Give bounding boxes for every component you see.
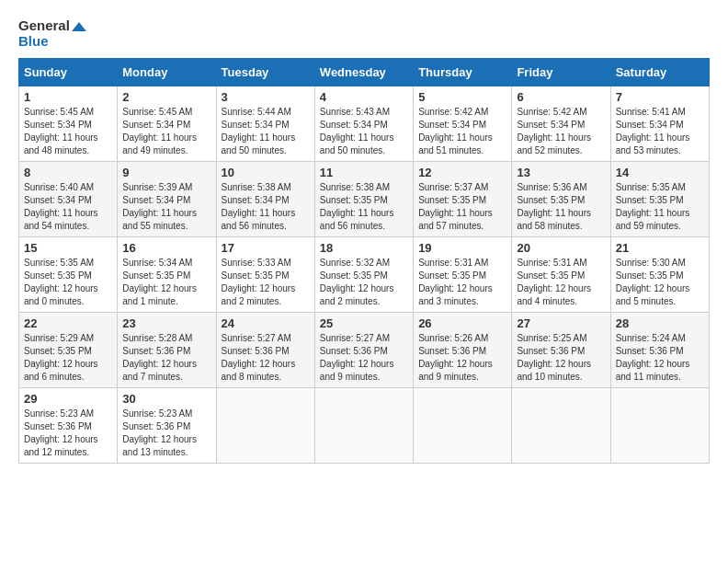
day-info: Sunrise: 5:33 AMSunset: 5:35 PMDaylight:…	[222, 257, 310, 308]
day-info: Sunrise: 5:26 AMSunset: 5:36 PMDaylight:…	[418, 332, 506, 384]
day-number: 12	[418, 166, 506, 179]
calendar-header: SundayMondayTuesdayWednesdayThursdayFrid…	[19, 59, 710, 86]
header-row: SundayMondayTuesdayWednesdayThursdayFrid…	[19, 59, 710, 86]
weekday-header-wednesday: Wednesday	[314, 59, 413, 86]
day-number: 2	[122, 90, 210, 104]
day-number: 5	[418, 90, 506, 104]
day-number: 1	[24, 90, 112, 104]
day-info: Sunrise: 5:27 AMSunset: 5:36 PMDaylight:…	[320, 332, 408, 384]
day-cell-17: 17Sunrise: 5:33 AMSunset: 5:35 PMDayligh…	[216, 237, 314, 313]
day-number: 23	[122, 316, 210, 330]
day-number: 18	[320, 241, 408, 255]
day-number: 6	[517, 90, 605, 104]
day-info: Sunrise: 5:31 AMSunset: 5:35 PMDaylight:…	[517, 257, 605, 308]
day-cell-8: 8Sunrise: 5:40 AMSunset: 5:34 PMDaylight…	[19, 162, 118, 237]
day-cell-13: 13Sunrise: 5:36 AMSunset: 5:35 PMDayligh…	[512, 162, 610, 237]
day-number: 25	[320, 316, 408, 330]
day-cell-18: 18Sunrise: 5:32 AMSunset: 5:35 PMDayligh…	[314, 237, 413, 313]
day-number: 13	[517, 166, 605, 179]
day-info: Sunrise: 5:29 AMSunset: 5:35 PMDaylight:…	[24, 332, 112, 384]
day-number: 21	[616, 241, 704, 255]
day-info: Sunrise: 5:45 AMSunset: 5:34 PMDaylight:…	[122, 106, 210, 157]
calendar-week-3: 15Sunrise: 5:35 AMSunset: 5:35 PMDayligh…	[19, 237, 710, 313]
day-cell-24: 24Sunrise: 5:27 AMSunset: 5:36 PMDayligh…	[216, 313, 314, 388]
day-cell-12: 12Sunrise: 5:37 AMSunset: 5:35 PMDayligh…	[414, 162, 512, 237]
day-info: Sunrise: 5:37 AMSunset: 5:35 PMDaylight:…	[418, 181, 506, 233]
day-cell-14: 14Sunrise: 5:35 AMSunset: 5:35 PMDayligh…	[610, 162, 709, 237]
day-number: 27	[517, 316, 605, 330]
day-number: 29	[24, 392, 112, 406]
day-cell-27: 27Sunrise: 5:25 AMSunset: 5:36 PMDayligh…	[512, 313, 610, 388]
weekday-header-saturday: Saturday	[610, 59, 709, 86]
weekday-header-monday: Monday	[118, 59, 216, 86]
day-info: Sunrise: 5:39 AMSunset: 5:34 PMDaylight:…	[122, 181, 210, 233]
empty-cell	[216, 388, 314, 464]
empty-cell	[512, 388, 610, 464]
weekday-header-tuesday: Tuesday	[216, 59, 314, 86]
day-info: Sunrise: 5:42 AMSunset: 5:34 PMDaylight:…	[418, 106, 506, 157]
day-cell-1: 1Sunrise: 5:45 AMSunset: 5:34 PMDaylight…	[19, 86, 118, 162]
calendar-week-4: 22Sunrise: 5:29 AMSunset: 5:35 PMDayligh…	[19, 313, 710, 388]
day-cell-22: 22Sunrise: 5:29 AMSunset: 5:35 PMDayligh…	[19, 313, 118, 388]
day-cell-19: 19Sunrise: 5:31 AMSunset: 5:35 PMDayligh…	[414, 237, 512, 313]
day-cell-5: 5Sunrise: 5:42 AMSunset: 5:34 PMDaylight…	[414, 86, 512, 162]
day-number: 9	[122, 166, 210, 179]
empty-cell	[610, 388, 709, 464]
day-cell-7: 7Sunrise: 5:41 AMSunset: 5:34 PMDaylight…	[610, 86, 709, 162]
day-cell-11: 11Sunrise: 5:38 AMSunset: 5:35 PMDayligh…	[314, 162, 413, 237]
calendar-week-5: 29Sunrise: 5:23 AMSunset: 5:36 PMDayligh…	[19, 388, 710, 464]
day-number: 22	[24, 316, 112, 330]
day-info: Sunrise: 5:34 AMSunset: 5:35 PMDaylight:…	[122, 257, 210, 308]
day-number: 19	[418, 241, 506, 255]
calendar-week-1: 1Sunrise: 5:45 AMSunset: 5:34 PMDaylight…	[19, 86, 710, 162]
page-header: General Blue	[18, 18, 710, 49]
day-cell-28: 28Sunrise: 5:24 AMSunset: 5:36 PMDayligh…	[610, 313, 709, 388]
day-number: 14	[616, 166, 704, 179]
day-cell-6: 6Sunrise: 5:42 AMSunset: 5:34 PMDaylight…	[512, 86, 610, 162]
day-cell-21: 21Sunrise: 5:30 AMSunset: 5:35 PMDayligh…	[610, 237, 709, 313]
day-number: 24	[222, 316, 310, 330]
day-cell-30: 30Sunrise: 5:23 AMSunset: 5:36 PMDayligh…	[118, 388, 216, 464]
day-info: Sunrise: 5:41 AMSunset: 5:34 PMDaylight:…	[616, 106, 704, 157]
empty-cell	[414, 388, 512, 464]
day-number: 15	[24, 241, 112, 255]
day-number: 3	[222, 90, 310, 104]
day-cell-20: 20Sunrise: 5:31 AMSunset: 5:35 PMDayligh…	[512, 237, 610, 313]
day-number: 11	[320, 166, 408, 179]
day-info: Sunrise: 5:38 AMSunset: 5:35 PMDaylight:…	[320, 181, 408, 233]
day-number: 8	[24, 166, 112, 179]
day-info: Sunrise: 5:35 AMSunset: 5:35 PMDaylight:…	[24, 257, 112, 308]
day-cell-26: 26Sunrise: 5:26 AMSunset: 5:36 PMDayligh…	[414, 313, 512, 388]
day-info: Sunrise: 5:23 AMSunset: 5:36 PMDaylight:…	[24, 408, 112, 459]
day-number: 26	[418, 316, 506, 330]
weekday-header-thursday: Thursday	[414, 59, 512, 86]
calendar-body: 1Sunrise: 5:45 AMSunset: 5:34 PMDaylight…	[19, 86, 710, 464]
day-info: Sunrise: 5:40 AMSunset: 5:34 PMDaylight:…	[24, 181, 112, 233]
empty-cell	[314, 388, 413, 464]
day-info: Sunrise: 5:28 AMSunset: 5:36 PMDaylight:…	[122, 332, 210, 384]
day-info: Sunrise: 5:31 AMSunset: 5:35 PMDaylight:…	[418, 257, 506, 308]
day-cell-16: 16Sunrise: 5:34 AMSunset: 5:35 PMDayligh…	[118, 237, 216, 313]
day-number: 20	[517, 241, 605, 255]
calendar-table: SundayMondayTuesdayWednesdayThursdayFrid…	[18, 58, 710, 464]
logo: General Blue	[18, 18, 86, 49]
day-number: 17	[222, 241, 310, 255]
day-number: 30	[122, 392, 210, 406]
day-info: Sunrise: 5:24 AMSunset: 5:36 PMDaylight:…	[616, 332, 704, 384]
day-info: Sunrise: 5:36 AMSunset: 5:35 PMDaylight:…	[517, 181, 605, 233]
day-info: Sunrise: 5:43 AMSunset: 5:34 PMDaylight:…	[320, 106, 408, 157]
day-info: Sunrise: 5:30 AMSunset: 5:35 PMDaylight:…	[616, 257, 704, 308]
day-number: 28	[616, 316, 704, 330]
day-cell-3: 3Sunrise: 5:44 AMSunset: 5:34 PMDaylight…	[216, 86, 314, 162]
day-info: Sunrise: 5:35 AMSunset: 5:35 PMDaylight:…	[616, 181, 704, 233]
day-number: 7	[616, 90, 704, 104]
day-cell-4: 4Sunrise: 5:43 AMSunset: 5:34 PMDaylight…	[314, 86, 413, 162]
day-info: Sunrise: 5:32 AMSunset: 5:35 PMDaylight:…	[320, 257, 408, 308]
weekday-header-sunday: Sunday	[19, 59, 118, 86]
day-number: 16	[122, 241, 210, 255]
day-number: 4	[320, 90, 408, 104]
day-number: 10	[222, 166, 310, 179]
day-info: Sunrise: 5:45 AMSunset: 5:34 PMDaylight:…	[24, 106, 112, 157]
day-cell-25: 25Sunrise: 5:27 AMSunset: 5:36 PMDayligh…	[314, 313, 413, 388]
day-cell-15: 15Sunrise: 5:35 AMSunset: 5:35 PMDayligh…	[19, 237, 118, 313]
